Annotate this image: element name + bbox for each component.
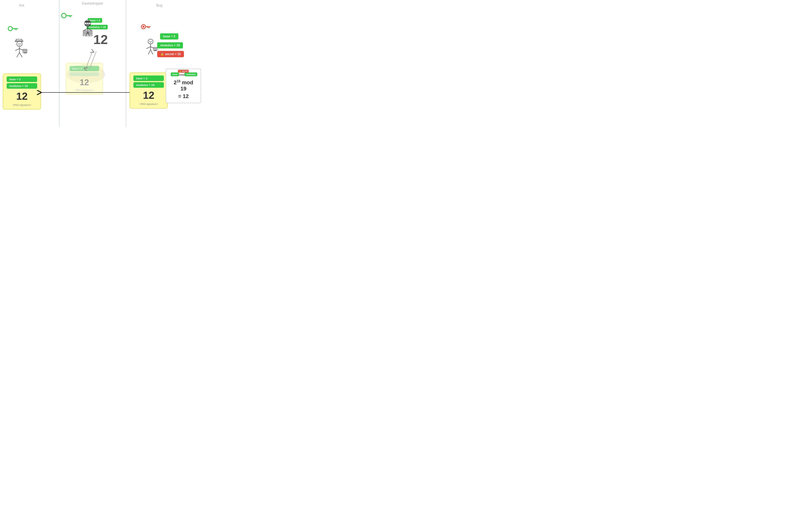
svg-point-20 (87, 23, 87, 23)
ant-yellow-card: base = 2 modulus = 19 12 <RSA signature> (3, 74, 41, 110)
svg-line-12 (17, 52, 19, 57)
divider-right (126, 0, 126, 127)
svg-point-37 (149, 41, 150, 42)
eavesdropper-figure: ☠ (80, 19, 95, 39)
middle-card: base = 2 12 <RSA signature> (66, 63, 103, 95)
svg-line-24 (84, 29, 88, 31)
eavesdropper-key-icon (61, 11, 74, 21)
svg-point-8 (20, 43, 20, 44)
svg-point-7 (18, 43, 19, 44)
svg-point-6 (17, 41, 22, 46)
eavesdropper-label: Eavesdropper (82, 2, 103, 5)
ant-key-icon (8, 25, 19, 33)
svg-rect-45 (154, 48, 157, 50)
bug-label: Bug (156, 3, 162, 7)
svg-line-13 (19, 52, 22, 57)
svg-point-0 (8, 27, 12, 31)
svg-point-38 (151, 41, 152, 42)
bug-modulus-badge: modulus = 19 (157, 42, 183, 48)
svg-point-21 (88, 23, 89, 23)
bug-stick-figure (143, 38, 158, 58)
svg-rect-4 (16, 39, 22, 41)
bug-yellow-card: base = 2 modulus = 19 12 <RSA signature> (130, 73, 168, 109)
ant-stick-figure (11, 38, 29, 60)
svg-rect-22 (85, 24, 91, 26)
svg-line-42 (148, 50, 150, 54)
svg-rect-46 (154, 50, 157, 51)
ant-label: Ant (19, 3, 24, 7)
svg-line-40 (146, 47, 150, 49)
divider-left (59, 0, 59, 127)
svg-line-10 (15, 49, 19, 50)
eavesdropper-number: 12 (93, 32, 108, 47)
svg-point-32 (143, 26, 144, 28)
svg-rect-16 (23, 53, 27, 53)
svg-rect-15 (23, 50, 27, 52)
svg-point-51 (61, 13, 66, 18)
svg-point-36 (148, 39, 153, 44)
formula-box: base 🔒 secret mod modulus 215 mod 19 = 1… (166, 69, 201, 103)
svg-line-43 (150, 50, 153, 54)
svg-line-25 (88, 29, 92, 31)
bug-base-badge: base = 2 (160, 33, 178, 39)
bug-secret-badge: 🔒 secret = 15 (157, 51, 184, 57)
bug-red-key-icon (141, 23, 151, 31)
